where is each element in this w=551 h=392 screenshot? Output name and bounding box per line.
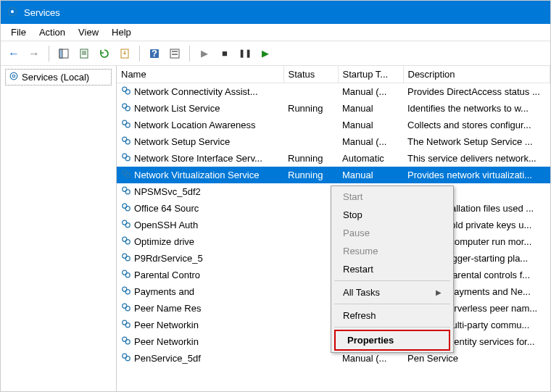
svg-point-30 [125,223,130,228]
svg-text:?: ? [152,48,157,59]
gear-icon [121,285,131,298]
svg-point-36 [125,273,130,278]
column-status[interactable]: Status [283,66,338,83]
gear-icon [121,235,131,248]
service-status [283,317,338,333]
service-name: Office 64 Sourc [134,203,199,214]
svg-point-42 [125,323,130,328]
service-status [283,133,338,150]
menu-bar: File Action View Help [1,24,550,41]
tree-root-item[interactable]: Services (Local) [5,69,112,86]
export-button[interactable] [75,45,93,62]
column-startup[interactable]: Startup T... [338,66,403,83]
gear-icon [121,219,131,231]
ctx-refresh[interactable]: Refresh [331,306,453,325]
service-name: Payments and [134,286,194,297]
service-name: Parental Contro [134,270,200,280]
service-status [283,267,338,283]
gear-icon [121,202,131,214]
svg-point-24 [125,173,130,178]
services-list: Name Status Startup T... Description Net… [117,66,550,391]
restart-service-button[interactable]: ▶ [257,45,274,62]
service-row[interactable]: Network List ServiceRunningManualIdentif… [117,100,550,117]
refresh-button[interactable] [96,45,113,62]
gear-icon [121,302,131,314]
menu-help[interactable]: Help [106,25,137,39]
forward-button[interactable]: → [25,45,43,62]
service-description: The Network Setup Service ... [403,133,550,150]
ctx-all-tasks[interactable]: All Tasks▶ [331,283,453,301]
start-service-button[interactable]: ▶ [196,45,213,62]
window-title: Services [24,7,60,18]
service-status [283,300,338,317]
service-row[interactable]: Network Connectivity Assist...Manual (..… [117,83,550,101]
gear-icon [9,71,19,83]
column-name[interactable]: Name [117,66,283,83]
export-list-button[interactable] [116,45,133,62]
gear-icon [121,269,131,281]
ctx-start[interactable]: Start [331,188,453,206]
service-name: Network Setup Service [134,136,230,147]
gear-icon [121,319,131,331]
menu-action[interactable]: Action [33,25,71,39]
gear-icon [121,86,131,98]
app-icon [7,6,18,20]
column-header-row: Name Status Startup T... Description [117,66,550,83]
svg-point-46 [125,356,130,361]
menu-file[interactable]: File [5,25,32,39]
service-row[interactable]: Network Location AwarenessManualCollects… [117,117,550,133]
properties-button[interactable] [166,45,183,62]
service-name: Network Connectivity Assist... [134,86,258,97]
ctx-restart[interactable]: Restart [331,260,453,278]
service-status: Running [283,150,338,167]
pause-service-button[interactable]: ❚❚ [236,45,254,62]
ctx-separator [334,327,450,328]
service-description: Collects and stores configur... [403,117,550,133]
svg-point-12 [12,75,15,78]
svg-point-38 [125,290,130,294]
gear-icon [121,102,131,114]
service-row[interactable]: Network Store Interface Serv...RunningAu… [117,150,550,167]
svg-point-11 [10,72,17,80]
service-name: Peer Networkin [134,320,199,330]
service-startup: Manual [338,167,403,183]
menu-view[interactable]: View [72,25,104,39]
service-status [283,83,338,101]
service-name: OpenSSH Auth [134,220,198,230]
svg-rect-4 [80,49,88,58]
service-status [283,283,338,300]
ctx-resume[interactable]: Resume [331,242,453,260]
toolbar-separator [139,46,140,62]
svg-point-1 [11,10,14,13]
ctx-separator [334,280,450,281]
service-name: NPSMSvc_5df2 [134,186,201,197]
ctx-properties[interactable]: Properties [336,331,449,349]
ctx-pause[interactable]: Pause [331,224,453,242]
toolbar-separator [189,46,190,62]
service-name: Network Virtualization Service [134,170,259,180]
svg-point-14 [125,90,130,94]
gear-icon [121,169,131,181]
gear-icon [121,152,131,164]
service-name: PenService_5df [134,353,201,364]
service-status [283,233,338,250]
service-status [283,217,338,233]
service-name: P9RdrService_5 [134,253,203,264]
highlight-annotation: Properties [334,330,450,351]
context-menu: Start Stop Pause Resume Restart All Task… [331,185,454,353]
ctx-stop[interactable]: Stop [331,206,453,224]
column-description[interactable]: Description [403,66,550,83]
service-startup: Manual [338,117,403,133]
chevron-right-icon: ▶ [436,288,442,296]
stop-service-button[interactable]: ■ [216,45,233,62]
show-hide-tree-button[interactable] [55,45,72,62]
gear-icon [121,252,131,264]
service-description: Provides DirectAccess status ... [403,83,550,101]
service-row[interactable]: Network Virtualization ServiceRunningMan… [117,167,550,183]
service-row[interactable]: Network Setup ServiceManual (...The Netw… [117,133,550,150]
svg-point-22 [125,157,130,161]
back-button[interactable]: ← [5,45,22,62]
service-name: Network List Service [134,103,220,114]
title-bar: Services [1,1,550,24]
help-button[interactable]: ? [146,45,163,62]
